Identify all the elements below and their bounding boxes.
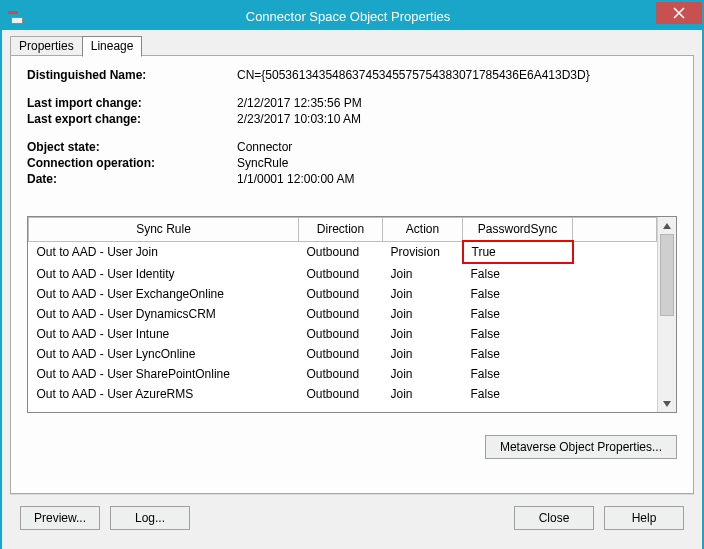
cell-direction: Outbound — [299, 241, 383, 263]
cell-password-sync: False — [463, 344, 573, 364]
cell-password-sync: False — [463, 384, 573, 404]
dn-value: CN={505361343548637453455757543830717854… — [237, 68, 677, 82]
dialog-footer: Preview... Log... Close Help — [10, 494, 694, 541]
col-action[interactable]: Action — [383, 218, 463, 242]
scroll-thumb[interactable] — [660, 234, 674, 316]
client-area: Properties Lineage Distinguished Name: C… — [2, 30, 702, 549]
scroll-track[interactable] — [658, 234, 676, 395]
help-button[interactable]: Help — [604, 506, 684, 530]
sync-rule-table: Sync Rule Direction Action PasswordSync … — [28, 217, 657, 404]
col-direction[interactable]: Direction — [299, 218, 383, 242]
cell-password-sync: False — [463, 304, 573, 324]
date-value: 1/1/0001 12:00:00 AM — [237, 172, 677, 186]
table-header-row: Sync Rule Direction Action PasswordSync — [29, 218, 657, 242]
conn-op-value: SyncRule — [237, 156, 677, 170]
cell-action: Join — [383, 364, 463, 384]
close-icon[interactable] — [656, 2, 702, 24]
table-row[interactable]: Out to AAD - User JoinOutboundProvisionT… — [29, 241, 657, 263]
conn-op-label: Connection operation: — [27, 156, 237, 170]
date-label: Date: — [27, 172, 237, 186]
cell-password-sync: False — [463, 364, 573, 384]
scroll-down-icon[interactable] — [659, 395, 675, 412]
cell-direction: Outbound — [299, 284, 383, 304]
preview-button[interactable]: Preview... — [20, 506, 100, 530]
col-password-sync[interactable]: PasswordSync — [463, 218, 573, 242]
cell-direction: Outbound — [299, 324, 383, 344]
table-row[interactable]: Out to AAD - User IdentityOutboundJoinFa… — [29, 263, 657, 284]
cell-sync-rule: Out to AAD - User Intune — [29, 324, 299, 344]
properties-grid: Distinguished Name: CN={5053613435486374… — [27, 68, 677, 186]
object-state-value: Connector — [237, 140, 677, 154]
cell-sync-rule: Out to AAD - User SharePointOnline — [29, 364, 299, 384]
col-sync-rule[interactable]: Sync Rule — [29, 218, 299, 242]
last-export-value: 2/23/2017 10:03:10 AM — [237, 112, 677, 126]
app-icon — [8, 8, 24, 24]
tab-properties[interactable]: Properties — [10, 36, 83, 56]
window-title: Connector Space Object Properties — [24, 9, 702, 24]
cell-action: Join — [383, 384, 463, 404]
metaverse-properties-button[interactable]: Metaverse Object Properties... — [485, 435, 677, 459]
cell-password-sync: True — [463, 241, 573, 263]
last-import-label: Last import change: — [27, 96, 237, 110]
tabstrip: Properties Lineage — [10, 34, 694, 56]
cell-action: Join — [383, 324, 463, 344]
cell-sync-rule: Out to AAD - User AzureRMS — [29, 384, 299, 404]
vertical-scrollbar[interactable] — [657, 217, 676, 412]
tab-lineage[interactable]: Lineage — [82, 36, 143, 57]
cell-direction: Outbound — [299, 263, 383, 284]
cell-sync-rule: Out to AAD - User Join — [29, 241, 299, 263]
cell-action: Join — [383, 304, 463, 324]
scroll-up-icon[interactable] — [659, 217, 675, 234]
table-row[interactable]: Out to AAD - User SharePointOnlineOutbou… — [29, 364, 657, 384]
cell-password-sync: False — [463, 263, 573, 284]
log-button[interactable]: Log... — [110, 506, 190, 530]
table-row[interactable]: Out to AAD - User AzureRMSOutboundJoinFa… — [29, 384, 657, 404]
table-row[interactable]: Out to AAD - User IntuneOutboundJoinFals… — [29, 324, 657, 344]
sync-rule-list[interactable]: Sync Rule Direction Action PasswordSync … — [27, 216, 677, 413]
cell-direction: Outbound — [299, 364, 383, 384]
cell-direction: Outbound — [299, 384, 383, 404]
cell-action: Join — [383, 263, 463, 284]
dn-label: Distinguished Name: — [27, 68, 237, 82]
dialog-window: Connector Space Object Properties Proper… — [0, 0, 704, 549]
cell-sync-rule: Out to AAD - User DynamicsCRM — [29, 304, 299, 324]
cell-password-sync: False — [463, 284, 573, 304]
titlebar[interactable]: Connector Space Object Properties — [2, 2, 702, 30]
object-state-label: Object state: — [27, 140, 237, 154]
cell-sync-rule: Out to AAD - User LyncOnline — [29, 344, 299, 364]
cell-direction: Outbound — [299, 304, 383, 324]
close-button[interactable]: Close — [514, 506, 594, 530]
cell-sync-rule: Out to AAD - User ExchangeOnline — [29, 284, 299, 304]
cell-action: Provision — [383, 241, 463, 263]
cell-direction: Outbound — [299, 344, 383, 364]
tab-panel-lineage: Distinguished Name: CN={5053613435486374… — [10, 55, 694, 494]
cell-action: Join — [383, 344, 463, 364]
last-import-value: 2/12/2017 12:35:56 PM — [237, 96, 677, 110]
cell-sync-rule: Out to AAD - User Identity — [29, 263, 299, 284]
table-row[interactable]: Out to AAD - User LyncOnlineOutboundJoin… — [29, 344, 657, 364]
cell-password-sync: False — [463, 324, 573, 344]
last-export-label: Last export change: — [27, 112, 237, 126]
table-row[interactable]: Out to AAD - User DynamicsCRMOutboundJoi… — [29, 304, 657, 324]
col-filler — [573, 218, 657, 242]
cell-action: Join — [383, 284, 463, 304]
table-row[interactable]: Out to AAD - User ExchangeOnlineOutbound… — [29, 284, 657, 304]
